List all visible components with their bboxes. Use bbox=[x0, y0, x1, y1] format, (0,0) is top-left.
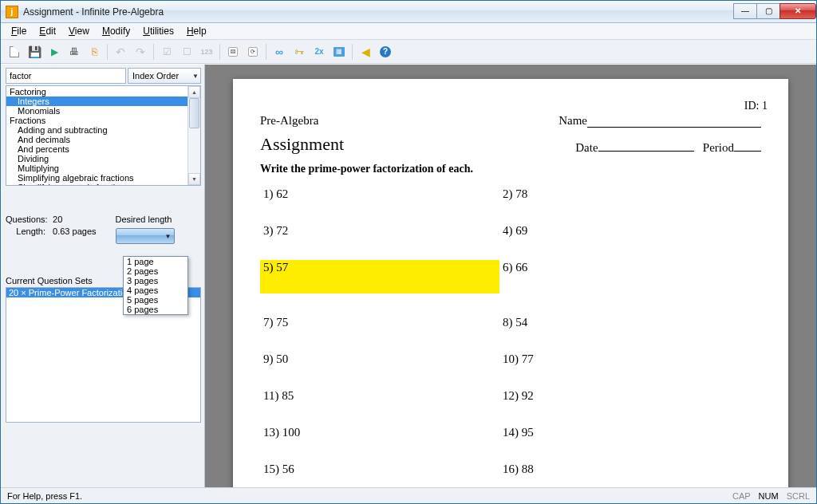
question-cell[interactable]: 5) 57 bbox=[260, 260, 499, 293]
question-summary: Questions: 20 Length: 0.63 pages Desired… bbox=[6, 215, 201, 244]
menu-item[interactable]: Edit bbox=[34, 24, 61, 38]
instructions: Write the prime-power factorization of e… bbox=[260, 163, 761, 175]
subject-heading: Pre-Algebra bbox=[260, 114, 318, 128]
menu-item[interactable]: View bbox=[63, 24, 95, 38]
select-all-icon[interactable]: ☑ bbox=[158, 43, 176, 61]
scrollbar[interactable]: ▲ ▼ bbox=[187, 86, 200, 185]
dropdown-option[interactable]: 6 pages bbox=[124, 305, 187, 314]
sort-order-value: Index Order bbox=[132, 71, 179, 81]
document-viewport[interactable]: ID: 1 Pre-Algebra Name Assignment Date P… bbox=[205, 65, 816, 487]
export-icon[interactable]: ⎘ bbox=[85, 43, 103, 61]
application-window: j Assignment - Infinite Pre-Algebra — ▢ … bbox=[0, 0, 817, 504]
question-cell[interactable]: 1) 62 bbox=[260, 187, 499, 202]
length-label: Length: bbox=[6, 226, 50, 236]
left-panel: Index Order ▼ FactoringIntegersMonomials… bbox=[1, 65, 205, 487]
chevron-down-icon: ▼ bbox=[192, 73, 199, 80]
app-icon: j bbox=[6, 6, 18, 18]
scale-2x-icon[interactable]: 2x bbox=[310, 43, 328, 61]
status-cap: CAP bbox=[732, 491, 751, 501]
scroll-up-icon[interactable]: ▲ bbox=[188, 86, 200, 98]
question-cell[interactable]: 6) 66 bbox=[499, 260, 739, 275]
titlebar: j Assignment - Infinite Pre-Algebra — ▢ … bbox=[1, 1, 816, 23]
toolbar-separator bbox=[352, 44, 353, 60]
calendar-icon[interactable]: ▦ bbox=[330, 43, 348, 61]
help-icon[interactable]: ? bbox=[377, 43, 394, 61]
question-cell[interactable]: 10) 77 bbox=[499, 352, 739, 367]
question-cell[interactable]: 15) 56 bbox=[260, 462, 499, 477]
main-content: Index Order ▼ FactoringIntegersMonomials… bbox=[1, 64, 816, 487]
status-num: NUM bbox=[759, 491, 779, 501]
question-cell[interactable]: 14) 95 bbox=[499, 425, 739, 440]
back-icon[interactable]: ◀ bbox=[357, 43, 374, 61]
menu-item[interactable]: File bbox=[6, 24, 32, 38]
status-bar: For Help, press F1. CAP NUM SCRL bbox=[1, 487, 816, 503]
topic-item[interactable]: Adding and subtracting bbox=[6, 125, 200, 135]
status-text: For Help, press F1. bbox=[7, 491, 82, 501]
toolbar-separator bbox=[219, 44, 220, 60]
undo-icon[interactable]: ↶ bbox=[112, 43, 129, 61]
minimize-button[interactable]: — bbox=[733, 3, 757, 19]
scroll-thumb[interactable] bbox=[189, 98, 199, 128]
redo-icon[interactable]: ↷ bbox=[132, 43, 149, 61]
infinity-icon[interactable]: ∞ bbox=[270, 43, 288, 61]
question-cell[interactable]: 4) 69 bbox=[499, 223, 739, 238]
question-cell[interactable]: 2) 78 bbox=[499, 187, 739, 202]
print-icon[interactable]: 🖶 bbox=[65, 43, 83, 61]
new-document-icon[interactable] bbox=[6, 43, 23, 61]
save-icon[interactable]: 💾 bbox=[26, 43, 43, 61]
topic-item[interactable]: And percents bbox=[6, 144, 200, 154]
topic-item[interactable]: Simplifying algebraic fractions bbox=[6, 173, 200, 183]
dice-icon[interactable]: ⚄ bbox=[224, 43, 242, 61]
topic-item[interactable]: Monomials bbox=[6, 106, 200, 116]
question-cell[interactable]: 7) 75 bbox=[260, 315, 499, 330]
document-page: ID: 1 Pre-Algebra Name Assignment Date P… bbox=[233, 79, 788, 487]
desired-length-dropdown[interactable]: 1 page2 pages3 pages4 pages5 pages6 page… bbox=[123, 256, 188, 315]
search-input[interactable] bbox=[6, 68, 126, 84]
question-cell[interactable]: 8) 54 bbox=[499, 315, 739, 330]
dropdown-option[interactable]: 3 pages bbox=[124, 276, 187, 285]
menu-item[interactable]: Help bbox=[181, 24, 212, 38]
doc-id: ID: 1 bbox=[744, 100, 768, 112]
window-controls: — ▢ ✕ bbox=[734, 3, 816, 19]
question-cell[interactable]: 9) 50 bbox=[260, 352, 499, 367]
dropdown-option[interactable]: 2 pages bbox=[124, 266, 187, 276]
dropdown-option[interactable]: 1 page bbox=[124, 257, 187, 266]
dropdown-option[interactable]: 4 pages bbox=[124, 285, 187, 295]
scroll-down-icon[interactable]: ▼ bbox=[188, 173, 200, 185]
desired-length-select[interactable]: ▼ bbox=[116, 228, 175, 244]
topic-item[interactable]: Simplifying numeric fractions bbox=[6, 183, 200, 186]
question-cell[interactable]: 13) 100 bbox=[260, 425, 499, 440]
topic-item[interactable]: Integers bbox=[6, 96, 200, 106]
question-cell[interactable]: 16) 88 bbox=[499, 462, 739, 477]
menubar: FileEditViewModifyUtilitiesHelp bbox=[1, 23, 816, 40]
question-cell[interactable]: 12) 92 bbox=[499, 388, 739, 404]
question-cell[interactable]: 3) 72 bbox=[260, 223, 499, 238]
scroll-track[interactable] bbox=[188, 98, 200, 173]
toolbar-separator bbox=[153, 44, 154, 60]
question-cell[interactable]: 11) 85 bbox=[260, 388, 499, 404]
date-period-area: Date Period bbox=[575, 140, 761, 155]
maximize-button[interactable]: ▢ bbox=[756, 3, 780, 19]
dropdown-option[interactable]: 5 pages bbox=[124, 295, 187, 305]
assignment-title: Assignment bbox=[260, 134, 344, 155]
desired-length-label: Desired length bbox=[116, 215, 175, 224]
topic-list[interactable]: FactoringIntegersMonomialsFractionsAddin… bbox=[6, 85, 201, 186]
length-value: 0.63 pages bbox=[53, 226, 96, 236]
topic-category: Fractions bbox=[6, 116, 200, 125]
regenerate-icon[interactable]: ⟳ bbox=[244, 43, 262, 61]
clear-check-icon[interactable]: ☐ bbox=[178, 43, 195, 61]
questions-label: Questions: bbox=[6, 215, 50, 224]
topic-item[interactable]: Dividing bbox=[6, 154, 200, 163]
topic-item[interactable]: Multiplying bbox=[6, 163, 200, 173]
key-icon[interactable]: 🗝 bbox=[290, 43, 308, 61]
renumber-icon[interactable]: 123 bbox=[198, 43, 215, 61]
menu-item[interactable]: Modify bbox=[97, 24, 136, 38]
close-button[interactable]: ✕ bbox=[780, 3, 816, 19]
sort-order-select[interactable]: Index Order ▼ bbox=[128, 68, 201, 84]
menu-item[interactable]: Utilities bbox=[137, 24, 180, 38]
play-icon[interactable]: ▶ bbox=[45, 43, 63, 61]
topic-category: Factoring bbox=[6, 87, 200, 96]
chevron-down-icon: ▼ bbox=[165, 233, 172, 240]
topic-item[interactable]: And decimals bbox=[6, 135, 200, 144]
status-scrl: SCRL bbox=[787, 491, 810, 501]
